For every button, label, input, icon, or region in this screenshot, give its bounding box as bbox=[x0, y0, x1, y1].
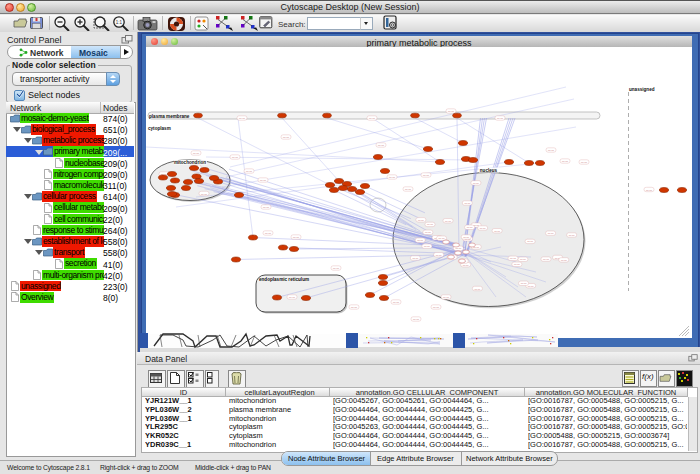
svg-text:xx-xx: xx-xx bbox=[369, 117, 376, 120]
svg-text:xx-xx: xx-xx bbox=[528, 285, 535, 288]
svg-text:xx-xx: xx-xx bbox=[548, 149, 555, 152]
svg-text:cytoplasm: cytoplasm bbox=[148, 126, 171, 131]
svg-text:xx-xx: xx-xx bbox=[514, 263, 521, 266]
svg-text:xx-xx: xx-xx bbox=[412, 257, 419, 260]
svg-text:xx-xx: xx-xx bbox=[448, 110, 455, 113]
svg-text:xx-xx: xx-xx bbox=[474, 288, 481, 291]
svg-text:xx-xx: xx-xx bbox=[293, 236, 300, 239]
svg-text:xx-xx: xx-xx bbox=[418, 219, 425, 222]
svg-text:xx-xx: xx-xx bbox=[581, 161, 588, 164]
svg-text:unassigned: unassigned bbox=[629, 87, 655, 92]
svg-text:xx-xx: xx-xx bbox=[548, 232, 555, 235]
svg-text:plasma membrane: plasma membrane bbox=[149, 114, 190, 119]
svg-text:xx-xx: xx-xx bbox=[463, 236, 470, 239]
svg-text:nucleus: nucleus bbox=[480, 168, 498, 173]
svg-text:xx-xx: xx-xx bbox=[423, 174, 430, 177]
svg-text:xx-xx: xx-xx bbox=[436, 254, 443, 257]
svg-text:xx-xx: xx-xx bbox=[239, 117, 246, 120]
svg-text:xx-xx: xx-xx bbox=[193, 152, 200, 155]
svg-text:xx-xx: xx-xx bbox=[378, 144, 385, 147]
svg-text:xx-xx: xx-xx bbox=[527, 240, 534, 243]
svg-text:xx-xx: xx-xx bbox=[425, 231, 432, 234]
svg-text:xx-xx: xx-xx bbox=[427, 223, 434, 226]
svg-text:xx-xx: xx-xx bbox=[201, 193, 208, 196]
svg-text:xx-xx: xx-xx bbox=[455, 247, 462, 250]
svg-text:xx-xx: xx-xx bbox=[333, 267, 340, 270]
svg-text:xx-xx: xx-xx bbox=[439, 237, 446, 240]
svg-text:xx-xx: xx-xx bbox=[351, 306, 358, 309]
svg-text:xx-xx: xx-xx bbox=[393, 301, 400, 304]
svg-text:xx-xx: xx-xx bbox=[510, 257, 517, 260]
svg-text:xx-xx: xx-xx bbox=[413, 318, 420, 321]
svg-text:xx-xx: xx-xx bbox=[494, 230, 501, 233]
svg-text:xx-xx: xx-xx bbox=[497, 117, 504, 120]
svg-text:xx-xx: xx-xx bbox=[463, 264, 470, 267]
svg-text:xx-xx: xx-xx bbox=[561, 259, 568, 262]
svg-text:xx-xx: xx-xx bbox=[246, 170, 253, 173]
svg-text:xx-xx: xx-xx bbox=[389, 176, 396, 179]
svg-text:xx-xx: xx-xx bbox=[405, 188, 412, 191]
svg-text:xx-xx: xx-xx bbox=[480, 227, 487, 230]
svg-text:xx-xx: xx-xx bbox=[232, 156, 239, 159]
svg-text:xx-xx: xx-xx bbox=[473, 182, 480, 185]
svg-text:mitochondrion: mitochondrion bbox=[174, 160, 206, 165]
svg-text:xx-xx: xx-xx bbox=[562, 160, 569, 163]
svg-text:xx-xx: xx-xx bbox=[543, 258, 550, 261]
svg-text:xx-xx: xx-xx bbox=[646, 189, 653, 192]
svg-text:xx-xx: xx-xx bbox=[289, 296, 296, 299]
svg-text:xx-xx: xx-xx bbox=[265, 232, 272, 235]
svg-text:xx-xx: xx-xx bbox=[467, 226, 474, 229]
svg-text:xx-xx: xx-xx bbox=[417, 239, 424, 242]
svg-text:xx-xx: xx-xx bbox=[260, 179, 267, 182]
svg-text:xx-xx: xx-xx bbox=[283, 136, 290, 139]
svg-text:xx-xx: xx-xx bbox=[445, 220, 452, 223]
svg-text:xx-xx: xx-xx bbox=[443, 296, 450, 299]
svg-text:xx-xx: xx-xx bbox=[521, 282, 528, 285]
svg-text:xx-xx: xx-xx bbox=[433, 306, 440, 309]
svg-text:xx-xx: xx-xx bbox=[464, 202, 471, 205]
svg-text:1:1: 1:1 bbox=[116, 20, 123, 25]
svg-text:xx-xx: xx-xx bbox=[569, 234, 576, 237]
svg-text:xx-xx: xx-xx bbox=[263, 206, 270, 209]
svg-text:xx-xx: xx-xx bbox=[520, 258, 527, 261]
svg-text:endoplasmic reticulum: endoplasmic reticulum bbox=[259, 277, 309, 282]
svg-text:xx-xx: xx-xx bbox=[424, 245, 431, 248]
